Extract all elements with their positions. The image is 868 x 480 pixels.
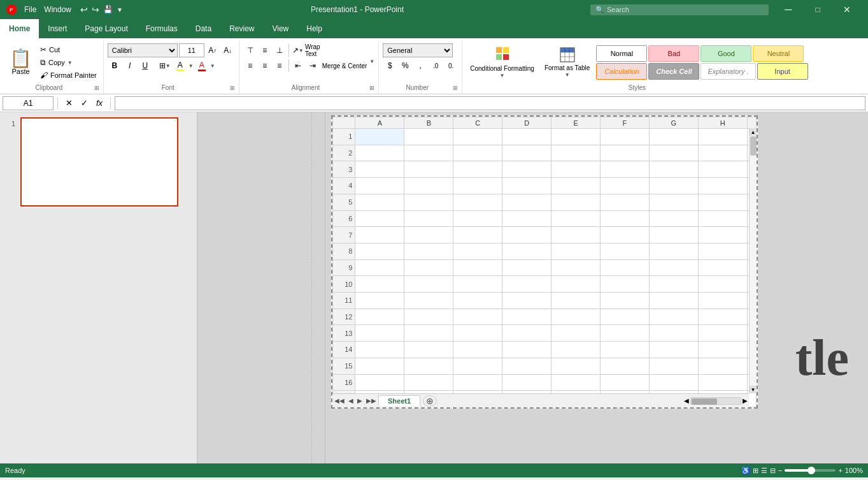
cell-C2[interactable]	[453, 145, 502, 161]
zoom-out-icon[interactable]: −	[778, 467, 782, 474]
cell-A7[interactable]	[355, 227, 404, 244]
row-header-13[interactable]: 13	[333, 325, 355, 342]
cell-F1[interactable]	[601, 129, 650, 145]
zoom-slider[interactable]	[785, 469, 836, 472]
cell-F8[interactable]	[601, 243, 650, 259]
formula-input[interactable]	[115, 96, 865, 110]
format-painter-button[interactable]: 🖌 Format Painter	[38, 69, 99, 81]
minimize-button[interactable]: ─	[774, 0, 803, 19]
sheet-nav-prev[interactable]: ◀	[346, 397, 355, 404]
cell-G2[interactable]	[649, 145, 698, 161]
decrease-decimal-button[interactable]: 0.	[444, 59, 458, 73]
alignment-group-expand[interactable]: ⊞	[369, 85, 374, 91]
row-header-5[interactable]: 5	[333, 194, 355, 210]
cell-E5[interactable]	[551, 194, 601, 210]
cell-D15[interactable]	[502, 358, 551, 374]
cell-G7[interactable]	[649, 227, 698, 244]
merge-dropdown[interactable]: ▼	[369, 59, 374, 73]
undo-button[interactable]: ↩	[79, 3, 89, 16]
slide-image-1[interactable]	[20, 117, 178, 207]
cell-G15[interactable]	[649, 358, 698, 374]
cell-H6[interactable]	[698, 210, 747, 227]
cell-D10[interactable]	[502, 276, 551, 293]
spreadsheet-embedded[interactable]: A B C D E F G H 123456789101112131415161…	[331, 115, 758, 409]
cell-H16[interactable]	[698, 374, 747, 391]
tab-insert[interactable]: Insert	[39, 19, 76, 38]
cell-F14[interactable]	[601, 342, 650, 358]
close-button[interactable]: ✕	[832, 0, 862, 19]
cell-H15[interactable]	[698, 358, 747, 374]
cell-D4[interactable]	[502, 178, 551, 194]
cell-G6[interactable]	[649, 210, 698, 227]
percent-button[interactable]: %	[398, 59, 412, 73]
cell-A6[interactable]	[355, 210, 404, 227]
cell-E15[interactable]	[551, 358, 601, 374]
bold-button[interactable]: B	[108, 59, 122, 73]
clipboard-group-expand[interactable]: ⊞	[94, 85, 99, 91]
zoom-in-icon[interactable]: +	[838, 467, 842, 474]
cell-E6[interactable]	[551, 210, 601, 227]
cell-G12[interactable]	[649, 309, 698, 325]
cell-G10[interactable]	[649, 276, 698, 293]
tab-home[interactable]: Home	[0, 19, 39, 38]
cell-D2[interactable]	[502, 145, 551, 161]
font-size-input[interactable]	[179, 43, 204, 57]
cell-H8[interactable]	[698, 243, 747, 259]
row-header-6[interactable]: 6	[333, 210, 355, 227]
cell-H9[interactable]	[698, 259, 747, 276]
cell-H10[interactable]	[698, 276, 747, 293]
cell-G11[interactable]	[649, 293, 698, 309]
tab-data[interactable]: Data	[187, 19, 220, 38]
hscroll-left[interactable]: ◀	[683, 397, 690, 404]
row-header-14[interactable]: 14	[333, 342, 355, 358]
increase-font-button[interactable]: A↑	[206, 43, 220, 57]
cell-A9[interactable]	[355, 259, 404, 276]
hscroll-thumb[interactable]	[692, 398, 717, 405]
increase-indent-button[interactable]: ⇥	[306, 59, 320, 73]
cell-D8[interactable]	[502, 243, 551, 259]
sheet-tab-1[interactable]: Sheet1	[378, 395, 420, 406]
decrease-font-button[interactable]: A↓	[221, 43, 235, 57]
cell-B15[interactable]	[404, 358, 453, 374]
maximize-button[interactable]: □	[803, 0, 832, 19]
tab-formulas[interactable]: Formulas	[137, 19, 187, 38]
decrease-indent-button[interactable]: ⇤	[291, 59, 305, 73]
formula-confirm-button[interactable]: ✓	[77, 96, 91, 110]
conditional-formatting-button[interactable]: Conditional Formatting ▼	[466, 43, 538, 81]
row-header-12[interactable]: 12	[333, 309, 355, 325]
cell-H4[interactable]	[698, 178, 747, 194]
cell-C9[interactable]	[453, 259, 502, 276]
save-button[interactable]: 💾	[102, 4, 114, 15]
cell-C7[interactable]	[453, 227, 502, 244]
cell-F15[interactable]	[601, 358, 650, 374]
cell-A14[interactable]	[355, 342, 404, 358]
cell-D12[interactable]	[502, 309, 551, 325]
cell-B12[interactable]	[404, 309, 453, 325]
sheet-nav-next[interactable]: ▶	[355, 397, 364, 404]
cell-H12[interactable]	[698, 309, 747, 325]
cell-B3[interactable]	[404, 161, 453, 178]
conditional-formatting-dropdown[interactable]: ▼	[500, 73, 505, 78]
cell-C3[interactable]	[453, 161, 502, 178]
cell-E10[interactable]	[551, 276, 601, 293]
cell-reference-input[interactable]: A1	[3, 96, 53, 110]
cell-E11[interactable]	[551, 293, 601, 309]
col-header-f[interactable]: F	[601, 117, 650, 129]
cell-C16[interactable]	[453, 374, 502, 391]
cell-G13[interactable]	[649, 325, 698, 342]
cell-C6[interactable]	[453, 210, 502, 227]
style-good-button[interactable]: Good	[701, 45, 751, 62]
align-top-button[interactable]: ⊤	[243, 43, 257, 57]
menu-window[interactable]: Window	[41, 5, 74, 14]
italic-button[interactable]: I	[123, 59, 137, 73]
cell-A5[interactable]	[355, 194, 404, 210]
cell-C5[interactable]	[453, 194, 502, 210]
cell-E1[interactable]	[551, 129, 601, 145]
cell-C14[interactable]	[453, 342, 502, 358]
cell-E14[interactable]	[551, 342, 601, 358]
cell-E13[interactable]	[551, 325, 601, 342]
row-header-8[interactable]: 8	[333, 243, 355, 259]
cell-A16[interactable]	[355, 374, 404, 391]
view-layout-icon[interactable]: ☰	[761, 467, 767, 475]
row-header-11[interactable]: 11	[333, 293, 355, 309]
